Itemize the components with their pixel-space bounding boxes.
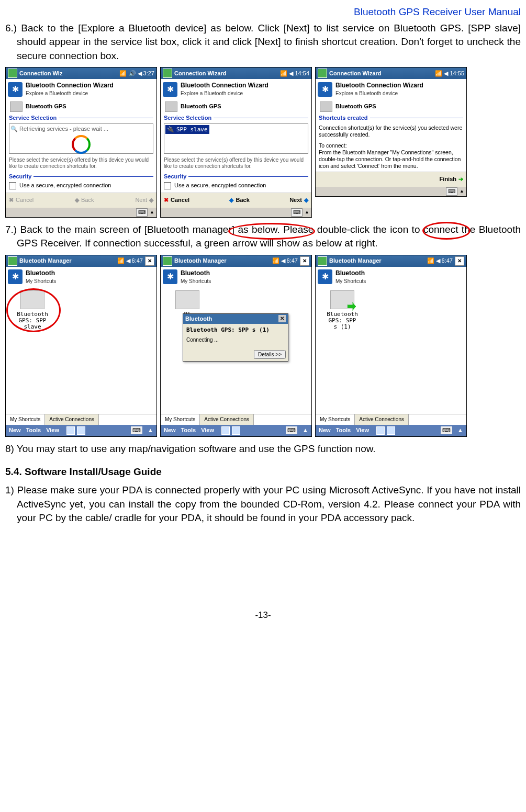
manager-subtitle: My Shortcuts [26, 278, 56, 285]
window-title: Bluetooth Manager [329, 257, 382, 265]
service-item-spp[interactable]: 🔌 SPP slave [165, 125, 209, 134]
titlebar: Connection Wizard 📶 ◀ 14:55 [316, 67, 466, 79]
icon-1[interactable] [221, 426, 230, 435]
sip-up-icon[interactable]: ▲ [460, 188, 464, 195]
keyboard-icon[interactable]: ⌨ [136, 208, 148, 217]
screenshot-manager-1: Bluetooth Manager 📶 ◀ 6:47 ✕ ✱ Bluetooth… [5, 255, 157, 437]
back-button[interactable]: ◆Back [75, 196, 94, 204]
start-icon [8, 69, 17, 78]
step-6-text: 6.) Back to the [Explore a Bluetooth dev… [5, 21, 521, 63]
step-8-text: 8) You may start to use any map/navigati… [5, 442, 521, 456]
finish-button[interactable]: Finish ➔ [440, 175, 463, 183]
section-5-4-heading: 5.4. Software Install/Usage Guide [5, 465, 521, 479]
menu-tools[interactable]: Tools [336, 426, 351, 434]
sip-up-icon[interactable]: ▲ [150, 209, 154, 216]
tray: 📶 ◀ 14:55 [435, 70, 464, 77]
cancel-button[interactable]: ✖ Cancel [164, 196, 189, 204]
secure-checkbox[interactable] [9, 182, 16, 189]
icon-2[interactable] [77, 426, 85, 435]
menu-view[interactable]: View [356, 426, 369, 434]
created-text-1: Connection shortcut(s) for the service(s… [316, 122, 466, 140]
menu-tools[interactable]: Tools [181, 426, 196, 434]
manager-heading: Bluetooth [26, 269, 56, 278]
device-row: Bluetooth GPS [161, 99, 311, 114]
cancel-button[interactable]: ✖ Cancel [9, 196, 33, 204]
section-security: Security [9, 173, 31, 181]
shortcut-icon [20, 290, 44, 309]
menu-new[interactable]: New [164, 426, 176, 434]
keyboard-icon[interactable]: ⌨ [131, 426, 142, 434]
icon-1[interactable] [66, 426, 75, 435]
tab-active-connections[interactable]: Active Connections [355, 414, 409, 425]
sip-up-icon[interactable]: ▲ [148, 426, 153, 434]
helper-text: Please select the service(s) offered by … [6, 156, 156, 173]
wizard-heading: Bluetooth Connection Wizard [26, 81, 114, 90]
service-listbox[interactable]: 🔌 SPP slave [164, 123, 308, 154]
icon-2[interactable] [232, 426, 240, 435]
screenshot-wizard-3: Connection Wizard 📶 ◀ 14:55 ✱ Bluetooth … [315, 67, 467, 196]
window-title: Connection Wizard [329, 70, 382, 77]
close-icon[interactable]: ✕ [300, 256, 309, 266]
popup-title: Bluetooth [185, 315, 212, 323]
next-button[interactable]: Next ◆ [289, 196, 308, 204]
sip-up-icon[interactable]: ▲ [305, 209, 309, 216]
wizard-subtitle: Explore a Bluetooth device [26, 90, 114, 97]
sip-up-icon[interactable]: ▲ [457, 426, 463, 434]
tray: 📶 ◀ 6:47 [427, 257, 453, 265]
menu-new[interactable]: New [319, 426, 331, 434]
tab-active-connections[interactable]: Active Connections [200, 414, 254, 425]
start-icon [8, 256, 17, 266]
section-security: Security [164, 173, 186, 181]
tab-my-shortcuts[interactable]: My Shortcuts [6, 414, 45, 425]
screenshot-row-1: Connection Wiz 📶 🔊 ◀ 3:27 ✱ Bluetooth Co… [5, 67, 521, 217]
start-icon [163, 256, 172, 266]
menu-view[interactable]: View [201, 426, 214, 434]
next-button[interactable]: Next ◆ [135, 196, 153, 204]
tab-my-shortcuts[interactable]: My Shortcuts [161, 414, 200, 425]
sip-up-icon[interactable]: ▲ [303, 426, 308, 434]
close-icon[interactable]: ✕ [145, 256, 154, 266]
menu-view[interactable]: View [46, 426, 59, 434]
tray: 📶 ◀ 6:47 [272, 257, 298, 265]
shortcut-item[interactable]: Bluetooth GPS: SPP s (1) [319, 290, 366, 330]
keyboard-icon[interactable]: ⌨ [286, 426, 297, 434]
back-button[interactable]: ◆Back [229, 196, 249, 204]
device-icon [10, 102, 23, 112]
section-service: Service Selection [164, 114, 211, 122]
titlebar: Connection Wizard 📶 ◀ 14:54 [161, 67, 311, 79]
screenshot-row-2: Bluetooth Manager 📶 ◀ 6:47 ✕ ✱ Bluetooth… [5, 255, 521, 437]
start-icon [318, 69, 327, 78]
screenshot-wizard-2: Connection Wizard 📶 ◀ 14:54 ✱ Bluetooth … [160, 67, 312, 217]
details-button[interactable]: Details >> [254, 350, 286, 359]
tab-active-connections[interactable]: Active Connections [45, 414, 99, 425]
step-7-text: 7.) Back to the main screen of [Bluetoot… [5, 223, 521, 251]
menu-tools[interactable]: Tools [26, 426, 41, 434]
sip-bar: ⌨▲ [316, 187, 466, 196]
start-icon [318, 256, 327, 266]
device-row: Bluetooth GPS [316, 99, 466, 114]
keyboard-icon[interactable]: ⌨ [291, 208, 303, 217]
popup-close-icon[interactable]: ✕ [278, 315, 286, 322]
close-icon[interactable]: ✕ [455, 256, 464, 266]
bluetooth-icon: ✱ [318, 82, 332, 97]
popup-device: Bluetooth GPS: SPP s (1) [183, 324, 288, 336]
page-number: -13- [5, 609, 521, 622]
menu-new[interactable]: New [9, 426, 21, 434]
shortcut-item[interactable]: Bluetooth GPS: SPP slave [9, 290, 56, 330]
icon-1[interactable] [376, 426, 385, 435]
keyboard-icon[interactable]: ⌨ [446, 187, 457, 196]
bluetooth-icon: ✱ [163, 82, 177, 97]
section-shortcuts: Shortcuts created [319, 114, 368, 122]
service-listbox[interactable]: 🔍 Retrieving services - please wait ... [9, 123, 153, 154]
keyboard-icon[interactable]: ⌨ [441, 426, 452, 434]
helper-text: Please select the service(s) offered by … [161, 156, 311, 173]
manager-heading: Bluetooth [335, 269, 366, 278]
tab-my-shortcuts[interactable]: My Shortcuts [316, 414, 355, 425]
page-header: Bluetooth GPS Receiver User Manual [5, 5, 521, 19]
titlebar: Bluetooth Manager 📶 ◀ 6:47 ✕ [161, 255, 311, 267]
created-text-2: To connect: From the Bluetooth Manager "… [316, 140, 466, 172]
secure-checkbox[interactable] [164, 182, 171, 189]
tray: 📶 ◀ 14:54 [280, 70, 309, 77]
wizard-subtitle: Explore a Bluetooth device [181, 90, 268, 97]
icon-2[interactable] [387, 426, 395, 435]
